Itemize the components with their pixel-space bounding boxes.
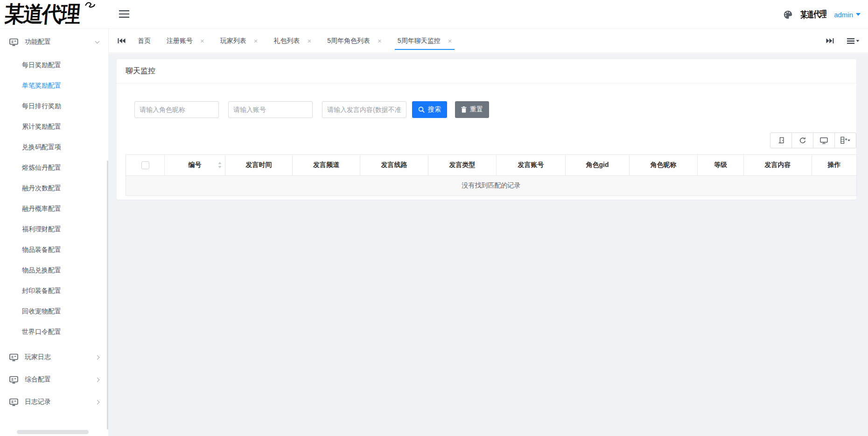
sidebar-item-function-config[interactable]: 功能配置	[0, 29, 108, 55]
tab-6[interactable]: 5周年聊天监控×	[398, 29, 452, 53]
sidebar-section-label: 玩家日志	[25, 353, 96, 361]
sidebar-subitem[interactable]: 世界口令配置	[0, 322, 108, 342]
search-button-label: 搜索	[428, 105, 441, 114]
sidebar-subitem[interactable]: 融丹次数配置	[0, 178, 108, 199]
theme-palette-icon[interactable]	[783, 10, 793, 20]
sidebar-subitem[interactable]: 每日奖励配置	[0, 55, 108, 76]
column-header-5[interactable]: 发言类型	[428, 155, 497, 176]
sidebar-section-label: 综合配置	[25, 375, 96, 384]
sidebar-subitem[interactable]: 封印装备配置	[0, 281, 108, 301]
columns-icon	[840, 137, 851, 144]
column-header-label: 角色昵称	[651, 161, 677, 168]
caret-down-icon	[856, 13, 861, 16]
column-header-label: 等级	[714, 161, 727, 168]
chevron-right-icon	[95, 355, 100, 360]
sidebar-subitem[interactable]: 福利理财配置	[0, 219, 108, 240]
search-icon	[418, 106, 425, 113]
pagination-switch-icon	[777, 137, 785, 144]
refresh-button[interactable]	[791, 132, 813, 148]
select-all-checkbox[interactable]	[141, 161, 149, 169]
menu-panel-icon	[9, 353, 18, 361]
column-header-label: 发言频道	[313, 161, 339, 168]
table-header-row: 编号发言时间发言频道发言线路发言类型发言账号角色gid角色昵称等级发言内容操作	[126, 155, 857, 176]
sidebar-subitem[interactable]: 单笔奖励配置	[0, 76, 108, 96]
sidebar-subitem[interactable]: 累计奖励配置	[0, 117, 108, 137]
tab-5[interactable]: 5周年角色列表×	[327, 29, 382, 53]
column-header-3[interactable]: 发言频道	[293, 155, 360, 176]
sidebar: 功能配置 每日奖励配置单笔奖励配置每日排行奖励累计奖励配置兑换码配置项熔炼仙丹配…	[0, 29, 109, 436]
column-header-6[interactable]: 发言账号	[497, 155, 566, 176]
role-nickname-input[interactable]	[134, 101, 219, 118]
scroll-tabs-left-icon[interactable]	[118, 38, 126, 44]
column-header-10[interactable]: 发言内容	[744, 155, 812, 176]
refresh-icon	[799, 137, 806, 144]
app-logo: 某道代理	[5, 1, 113, 28]
sidebar-subitem[interactable]: 每日排行奖励	[0, 96, 108, 117]
tab-2[interactable]: 注册账号×	[167, 29, 204, 53]
fullscreen-button[interactable]	[813, 132, 835, 148]
sort-icon[interactable]	[218, 162, 222, 168]
reset-button[interactable]: 重置	[455, 101, 489, 118]
scroll-tabs-right-icon[interactable]	[826, 38, 834, 44]
main-content: 聊天监控 搜索 重置	[109, 54, 868, 436]
column-header-4[interactable]: 发言线路	[360, 155, 428, 176]
reset-button-label: 重置	[470, 105, 483, 114]
header-right: 某道代理 admin	[783, 0, 861, 29]
sidebar-subitem[interactable]: 融丹概率配置	[0, 199, 108, 219]
column-header-11[interactable]: 操作	[812, 155, 857, 176]
submenu-list: 每日奖励配置单笔奖励配置每日排行奖励累计奖励配置兑换码配置项熔炼仙丹配置融丹次数…	[0, 55, 108, 342]
sidebar-horizontal-scrollbar[interactable]	[17, 430, 89, 434]
column-header-label: 发言时间	[246, 161, 272, 168]
tab-label: 玩家列表	[220, 37, 246, 45]
tab-actions-menu-icon[interactable]	[847, 38, 860, 44]
account-input[interactable]	[228, 101, 313, 118]
select-all-header	[126, 155, 165, 176]
sidebar-toggle-icon[interactable]	[119, 10, 130, 20]
tab-close-icon[interactable]: ×	[448, 37, 452, 44]
column-header-2[interactable]: 发言时间	[225, 155, 293, 176]
sidebar-section-label: 日志记录	[25, 398, 96, 406]
tab-close-icon[interactable]: ×	[378, 37, 382, 44]
chat-monitor-card: 聊天监控 搜索 重置	[117, 59, 856, 200]
page-title: 聊天监控	[126, 66, 155, 76]
logo-stamp-icon	[84, 1, 96, 12]
tab-1[interactable]: 首页	[138, 29, 151, 53]
chevron-right-icon	[95, 377, 100, 382]
sidebar-vertical-scrollbar[interactable]	[107, 160, 108, 429]
column-header-1[interactable]: 编号	[165, 155, 225, 176]
column-header-label: 角色gid	[586, 161, 609, 168]
card-header: 聊天监控	[117, 59, 856, 83]
column-header-label: 操作	[828, 161, 841, 168]
message-content-input[interactable]	[322, 101, 406, 118]
columns-dropdown-button[interactable]	[834, 132, 856, 148]
avatar[interactable]: 某道代理	[800, 6, 826, 23]
tab-close-icon[interactable]: ×	[254, 37, 258, 44]
chevron-down-icon	[95, 39, 100, 44]
sidebar-subitem[interactable]: 物品装备配置	[0, 240, 108, 260]
trash-icon	[461, 106, 467, 113]
sidebar-section[interactable]: 日志记录	[0, 391, 108, 413]
user-menu[interactable]: admin	[834, 11, 861, 19]
column-header-9[interactable]: 等级	[698, 155, 744, 176]
sidebar-subitem[interactable]: 物品兑换配置	[0, 260, 108, 281]
monitor-icon	[820, 137, 828, 144]
sidebar-subitem[interactable]: 熔炼仙丹配置	[0, 158, 108, 178]
tab-label: 首页	[138, 37, 151, 45]
search-button[interactable]: 搜索	[412, 101, 447, 118]
tab-3[interactable]: 玩家列表×	[220, 29, 258, 53]
menu-panel-icon	[9, 38, 18, 46]
column-header-8[interactable]: 角色昵称	[630, 155, 698, 176]
empty-message: 没有找到匹配的记录	[126, 176, 857, 196]
sidebar-subitem[interactable]: 回收宠物配置	[0, 301, 108, 322]
tab-close-icon[interactable]: ×	[200, 37, 204, 44]
tab-label: 5周年聊天监控	[398, 37, 441, 45]
pagination-switch-button[interactable]	[770, 132, 792, 148]
column-header-7[interactable]: 角色gid	[566, 155, 630, 176]
tab-4[interactable]: 礼包列表×	[274, 29, 312, 53]
table-row: 没有找到匹配的记录	[126, 176, 857, 196]
tab-close-icon[interactable]: ×	[308, 37, 312, 44]
sidebar-subitem[interactable]: 兑换码配置项	[0, 137, 108, 158]
sidebar-section[interactable]: 玩家日志	[0, 346, 108, 368]
sidebar-sections: 玩家日志 综合配置 日志记录	[0, 346, 108, 413]
sidebar-section[interactable]: 综合配置	[0, 368, 108, 391]
